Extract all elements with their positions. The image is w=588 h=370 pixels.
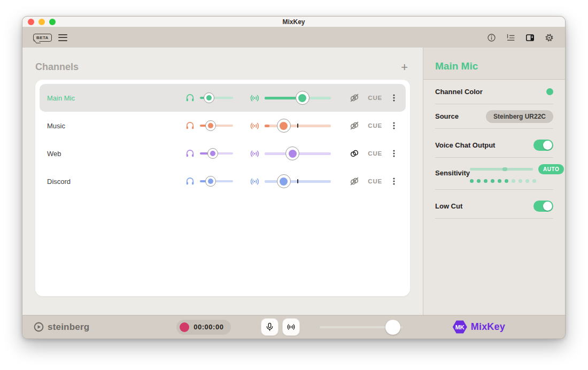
low-cut-row: Low Cut — [435, 194, 553, 219]
slider-thumb[interactable] — [207, 148, 218, 159]
sensitivity-dot — [532, 179, 536, 183]
record-button[interactable]: 00:00:00 — [176, 320, 231, 335]
monitor-volume-slider[interactable] — [200, 147, 233, 160]
cue-button[interactable]: CUE — [368, 150, 382, 157]
channels-panel: Channels + Main Mic CUE — [22, 48, 423, 315]
mixkey-logo: MK MixKey — [453, 320, 505, 334]
slider-thumb[interactable] — [277, 119, 291, 133]
cue-button[interactable]: CUE — [368, 95, 382, 101]
sensitivity-dot — [525, 179, 529, 183]
voice-chat-link-icon[interactable] — [349, 148, 360, 159]
slider-thumb[interactable] — [277, 174, 291, 188]
auto-sensitivity-badge[interactable]: AUTO — [538, 164, 564, 174]
sensitivity-dot — [470, 179, 474, 183]
sensitivity-dot — [491, 179, 494, 183]
voice-chat-link-icon[interactable] — [349, 175, 360, 187]
toolbar: BETA — [22, 27, 565, 48]
slider-thumb[interactable] — [285, 147, 299, 160]
sensitivity-dot — [498, 179, 501, 183]
channel-menu-icon[interactable] — [390, 94, 398, 102]
voice-chat-link-icon[interactable] — [349, 92, 360, 104]
channel-tree-icon[interactable] — [506, 33, 516, 43]
channel-color-swatch[interactable] — [546, 88, 553, 95]
voice-chat-output-toggle[interactable] — [533, 140, 553, 151]
slider-thumb[interactable] — [385, 320, 400, 335]
slider-thumb[interactable] — [296, 91, 310, 105]
channel-color-row: Channel Color — [435, 80, 553, 104]
sensitivity-label: Sensitivity — [435, 169, 470, 177]
beta-badge[interactable]: BETA — [33, 34, 52, 42]
sensitivity-slider[interactable] — [470, 168, 533, 171]
output-volume-slider[interactable] — [265, 174, 331, 188]
output-volume-slider[interactable] — [265, 119, 331, 133]
channel-row[interactable]: Discord CUE — [40, 167, 406, 195]
slider-thumb[interactable] — [205, 176, 216, 187]
headphones-icon — [185, 149, 195, 159]
sidebar-panel-icon[interactable] — [525, 33, 535, 43]
sensitivity-dot — [512, 179, 515, 183]
info-icon[interactable] — [486, 33, 497, 43]
sensitivity-dot — [519, 179, 522, 183]
monitor-volume-slider[interactable] — [200, 119, 233, 133]
voice-chat-output-row: Voice Chat Output — [435, 133, 553, 158]
channels-title: Channels — [35, 61, 79, 73]
slider-thumb[interactable] — [205, 120, 216, 131]
channel-row[interactable]: Main Mic CUE — [40, 84, 406, 112]
sensitivity-level-dots — [470, 179, 564, 183]
channel-menu-icon[interactable] — [390, 149, 398, 158]
monitor-volume-slider[interactable] — [200, 174, 233, 188]
footer-bar: steinberg 00:00:00 MK MixKey — [22, 315, 565, 338]
sensitivity-row: Sensitivity AUTO — [435, 158, 553, 190]
record-dot-icon — [180, 322, 189, 332]
channel-list-card: Main Mic CUE Music — [35, 80, 410, 296]
master-volume-slider[interactable] — [320, 320, 403, 335]
broadcast-icon — [233, 120, 260, 132]
voice-chat-output-label: Voice Chat Output — [435, 141, 495, 149]
level-meter-fill — [265, 97, 297, 99]
headphones-icon — [185, 176, 195, 187]
selected-channel-title: Main Mic — [435, 60, 478, 72]
menu-icon[interactable] — [58, 34, 67, 41]
microphone-icon — [265, 322, 275, 332]
channel-color-label: Channel Color — [435, 88, 483, 96]
slider-thumb[interactable] — [204, 92, 214, 103]
cue-button[interactable]: CUE — [368, 178, 382, 184]
source-device-button[interactable]: Steinberg UR22C — [486, 110, 553, 123]
channel-name: Web — [47, 150, 185, 158]
low-cut-toggle[interactable] — [533, 201, 553, 212]
microphone-mute-button[interactable] — [261, 318, 278, 336]
low-cut-label: Low Cut — [435, 202, 462, 210]
steinberg-play-icon — [33, 321, 44, 333]
source-label: Source — [435, 112, 459, 120]
channel-menu-icon[interactable] — [390, 121, 398, 130]
zero-db-tick — [297, 179, 298, 183]
sensitivity-slider-thumb[interactable] — [502, 167, 507, 171]
sensitivity-dot — [484, 179, 488, 183]
cue-button[interactable]: CUE — [368, 122, 382, 129]
mixkey-wordmark: MixKey — [471, 321, 505, 333]
headphones-icon — [185, 93, 195, 103]
app-window: MixKey BETA Channels + — [22, 16, 566, 339]
broadcast-button[interactable] — [282, 318, 300, 336]
output-volume-slider[interactable] — [265, 91, 331, 105]
steinberg-logo: steinberg — [33, 321, 89, 333]
settings-gear-icon[interactable] — [544, 33, 554, 43]
window-title: MixKey — [22, 18, 565, 26]
output-volume-slider[interactable] — [265, 147, 331, 160]
channel-row[interactable]: Web CUE — [40, 140, 406, 167]
monitor-volume-slider[interactable] — [200, 91, 233, 105]
source-row: Source Steinberg UR22C — [435, 104, 553, 129]
broadcast-icon — [233, 176, 260, 187]
add-channel-button[interactable]: + — [399, 63, 410, 72]
record-timer: 00:00:00 — [194, 323, 223, 331]
channel-name: Main Mic — [47, 94, 185, 102]
channel-menu-icon[interactable] — [390, 177, 398, 186]
window-titlebar: MixKey — [22, 17, 565, 27]
mixkey-monogram-icon: MK — [453, 320, 467, 334]
broadcast-icon — [233, 148, 260, 159]
sensitivity-dot — [477, 179, 481, 183]
voice-chat-link-icon[interactable] — [349, 120, 360, 132]
headphones-icon — [185, 121, 195, 131]
channel-row[interactable]: Music CUE — [40, 112, 406, 140]
channel-list: Main Mic CUE Music — [40, 84, 406, 195]
